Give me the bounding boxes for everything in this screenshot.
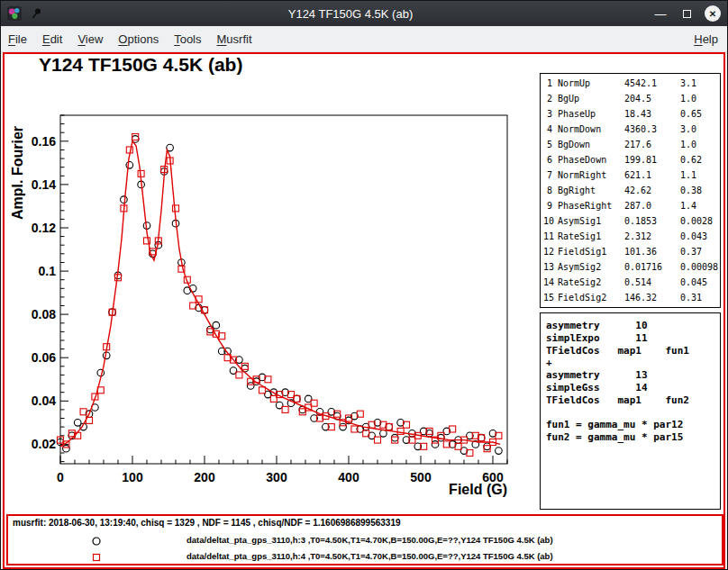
close-button[interactable]: ✕ [705, 5, 721, 22]
theory-text: asymmetry 10 simplExpo 11 TFieldCos map1… [541, 313, 720, 444]
param-name: AsymSig1 [558, 213, 624, 229]
parameter-row: 8BgRight42.620.38 [543, 183, 720, 198]
param-name: AsymSig2 [558, 259, 624, 275]
svg-text:100: 100 [122, 470, 143, 484]
param-error: 1.4 [680, 198, 720, 213]
svg-text:300: 300 [266, 470, 287, 484]
param-error: 0.045 [680, 275, 720, 290]
parameter-box[interactable]: 1NormUp4542.13.12BgUp204.51.03PhaseUp18.… [540, 73, 721, 308]
param-value: 0.1853 [624, 213, 680, 229]
svg-text:0.08: 0.08 [32, 307, 56, 321]
param-index: 15 [543, 290, 558, 305]
param-error: 0.62 [680, 152, 720, 167]
menu-help[interactable]: Help [694, 32, 718, 46]
titlebar-buttons: — ✕ [652, 1, 721, 26]
param-name: FieldSig1 [558, 244, 624, 259]
param-value: 4360.3 [624, 122, 680, 137]
parameter-row: 13AsymSig20.017160.00098 [543, 259, 720, 275]
parameter-row: 7NormRight621.11.1 [543, 167, 720, 183]
parameter-row: 4NormDown4360.33.0 [543, 122, 720, 137]
param-value: 2.312 [624, 229, 680, 244]
param-name: BgRight [558, 183, 624, 198]
parameter-row: 3PhaseUp18.430.65 [543, 106, 720, 122]
param-index: 2 [543, 91, 558, 106]
param-index: 5 [543, 137, 558, 152]
param-error: 0.37 [680, 244, 720, 259]
circle-marker-icon [91, 534, 102, 545]
svg-text:0.02: 0.02 [32, 437, 56, 451]
square-marker-icon [91, 550, 102, 561]
menubar: FileEditViewOptionsToolsMusrfit Help [1, 26, 727, 52]
minimize-button[interactable]: — [652, 5, 669, 22]
menu-edit[interactable]: Edit [42, 32, 62, 46]
param-value: 0.514 [624, 275, 680, 290]
menu-right-group: Help [694, 32, 720, 46]
app-icon [6, 5, 23, 22]
param-value: 101.36 [624, 244, 680, 259]
svg-text:400: 400 [338, 470, 359, 484]
parameter-row: 6PhaseDown199.810.62 [543, 152, 720, 167]
svg-text:0.04: 0.04 [32, 394, 56, 408]
param-index: 14 [543, 275, 558, 290]
theory-box[interactable]: asymmetry 10 simplExpo 11 TFieldCos map1… [540, 312, 721, 510]
parameter-row: 10AsymSig10.18530.0028 [543, 213, 720, 229]
param-index: 8 [543, 183, 558, 198]
param-name: BgUp [558, 91, 624, 106]
param-value: 217.6 [624, 137, 680, 152]
legend-label: data/deltat_pta_gps_3110,h:4 ,T0=4.50K,T… [187, 551, 553, 561]
param-name: PhaseDown [558, 152, 624, 167]
param-value: 146.32 [624, 290, 680, 305]
param-name: FieldSig2 [558, 290, 624, 305]
menu-left-group: FileEditViewOptionsToolsMusrfit [8, 32, 268, 46]
param-index: 7 [543, 167, 558, 183]
menu-tools[interactable]: Tools [174, 32, 201, 46]
maximize-button[interactable] [678, 5, 695, 22]
param-name: NormDown [558, 122, 624, 137]
legend-row: data/deltat_pta_gps_3110,h:3 ,T0=4.50K,T… [8, 533, 722, 547]
param-index: 6 [543, 152, 558, 167]
svg-text:Ampl. Fourier: Ampl. Fourier [10, 126, 25, 220]
param-value: 18.43 [624, 106, 680, 122]
fit-stats: musrfit: 2018-06-30, 13:19:40, chisq = 1… [13, 518, 401, 528]
param-index: 1 [543, 76, 558, 91]
maximize-icon [683, 10, 691, 18]
param-index: 11 [543, 229, 558, 244]
param-value: 42.62 [624, 183, 680, 198]
param-name: NormUp [558, 76, 624, 91]
param-error: 0.65 [680, 106, 720, 122]
param-value: 287.0 [624, 198, 680, 213]
parameter-row: 14RateSig20.5140.045 [543, 275, 720, 290]
application-window: Y124 TF150G 4.5K (ab) — ✕ FileEditViewOp… [0, 0, 728, 570]
menu-file[interactable]: File [8, 32, 27, 46]
param-error: 0.31 [680, 290, 720, 305]
param-index: 4 [543, 122, 558, 137]
plot-title: Y124 TF150G 4.5K (ab) [39, 54, 242, 76]
param-index: 12 [543, 244, 558, 259]
svg-text:0: 0 [57, 470, 64, 484]
parameter-row: 9PhaseRight287.01.4 [543, 198, 720, 213]
param-index: 3 [543, 106, 558, 122]
titlebar[interactable]: Y124 TF150G 4.5K (ab) — ✕ [1, 1, 727, 26]
param-error: 0.043 [680, 229, 720, 244]
param-error: 1.0 [680, 91, 720, 106]
parameter-row: 15FieldSig2146.320.31 [543, 290, 720, 305]
svg-text:Field (G): Field (G) [449, 482, 507, 497]
pin-icon [30, 7, 42, 20]
param-name: PhaseUp [558, 106, 624, 122]
param-name: PhaseRight [558, 198, 624, 213]
window-title: Y124 TF150G 4.5K (ab) [55, 7, 646, 21]
param-error: 0.0028 [680, 213, 720, 229]
param-error: 3.1 [680, 76, 720, 91]
param-error: 0.38 [680, 183, 720, 198]
menu-options[interactable]: Options [118, 32, 159, 46]
menu-view[interactable]: View [77, 32, 103, 46]
param-value: 204.5 [624, 91, 680, 106]
param-value: 621.1 [624, 167, 680, 183]
menu-musrfit[interactable]: Musrfit [217, 32, 252, 46]
root-canvas[interactable]: 01002003004005006000.020.040.060.080.10.… [3, 52, 725, 569]
param-index: 13 [543, 259, 558, 275]
param-name: RateSig2 [558, 275, 624, 290]
info-pad[interactable]: musrfit: 2018-06-30, 13:19:40, chisq = 1… [6, 514, 723, 565]
svg-text:200: 200 [194, 470, 215, 484]
svg-text:500: 500 [410, 470, 432, 484]
